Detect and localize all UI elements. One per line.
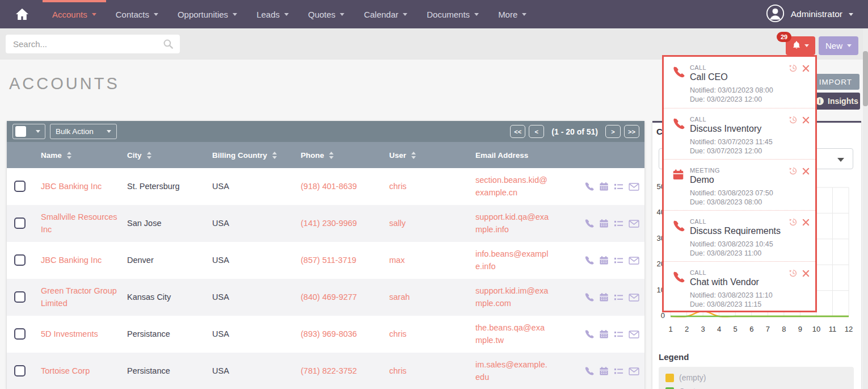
prev-page-button[interactable]: < [529,125,544,138]
calendar-icon[interactable] [599,329,609,339]
row-checkbox[interactable] [14,365,26,377]
list-icon[interactable] [614,331,623,338]
history-icon[interactable] [789,115,798,127]
notification-item[interactable]: CALLChat with VendorNotified: 03/08/2023… [664,261,815,312]
user-menu[interactable]: Administrator [766,0,853,28]
notification-item[interactable]: CALLCall CEONotified: 03/01/2023 08:00Du… [664,57,815,108]
nav-contacts[interactable]: Contacts [106,0,168,28]
list-icon[interactable] [614,183,623,191]
bulk-action-dropdown[interactable]: Bulk Action [50,124,117,139]
phone-icon[interactable] [584,329,594,339]
nav-leads[interactable]: Leads [247,0,298,28]
notification-item[interactable]: MEETINGDemoNotified: 03/08/2023 07:50Due… [664,159,815,210]
user-link[interactable]: chris [389,168,469,205]
legend-swatch [665,387,674,389]
select-all-dropdown[interactable] [12,124,45,139]
phone-link[interactable]: (918) 401-8639 [301,168,384,205]
phone-link[interactable]: (141) 230-9969 [301,205,384,242]
nav-opportunities[interactable]: Opportunities [168,0,247,28]
email-link[interactable]: support.kid.qa@example.info [475,205,550,242]
home-icon[interactable] [15,7,30,22]
account-name-link[interactable]: Green Tractor Group Limited [41,279,125,316]
phone-icon[interactable] [584,256,594,265]
email-icon[interactable] [629,183,639,191]
email-icon[interactable] [629,294,639,302]
history-icon[interactable] [789,166,798,178]
notification-item[interactable]: CALLDiscuss RequirementsNotified: 03/08/… [664,210,815,261]
phone-link[interactable]: (840) 469-9277 [301,279,384,316]
x-axis-tick: 3 [696,325,710,333]
calendar-icon[interactable] [599,366,609,376]
history-icon[interactable] [789,64,798,75]
phone-link[interactable]: (781) 822-3752 [301,353,384,389]
insights-button[interactable]: Insights [810,93,860,110]
close-icon[interactable] [802,218,810,228]
nav-more[interactable]: More [488,0,536,28]
list-icon[interactable] [614,294,623,302]
account-name-link[interactable]: 5D Investments [41,316,125,353]
account-name-link[interactable]: JBC Banking Inc [41,242,125,279]
email-link[interactable]: info.beans@example.info [475,242,550,279]
history-icon[interactable] [789,217,798,229]
account-name-link[interactable]: Smallville Resources Inc [41,205,125,242]
user-link[interactable]: max [389,242,469,279]
calendar-icon[interactable] [599,219,609,228]
calendar-icon[interactable] [599,182,609,191]
user-link[interactable]: sarah [389,279,469,316]
email-icon[interactable] [629,331,639,338]
close-icon[interactable] [802,64,810,74]
column-header-user[interactable]: User [389,142,416,168]
column-header-billing-country[interactable]: Billing Country [212,142,277,168]
phone-icon[interactable] [584,366,594,376]
account-name-link[interactable]: JBC Banking Inc [41,168,125,205]
phone-link[interactable]: (857) 511-3719 [301,242,384,279]
user-link[interactable]: sally [389,205,469,242]
phone-icon[interactable] [584,182,594,191]
close-icon[interactable] [802,269,810,279]
select-all-checkbox[interactable] [15,126,26,137]
column-header-city[interactable]: City [127,142,151,168]
column-header-phone[interactable]: Phone [301,142,334,168]
column-header-email[interactable]: Email Address [475,142,528,168]
phone-icon[interactable] [584,292,594,302]
history-icon[interactable] [789,269,798,280]
nav-documents[interactable]: Documents [417,0,488,28]
email-link[interactable]: im.sales@example.edu [475,353,550,389]
scrollbar-thumb[interactable] [863,51,868,106]
last-page-button[interactable]: >> [624,125,639,138]
nav-quotes[interactable]: Quotes [298,0,354,28]
list-icon[interactable] [614,367,623,375]
account-name-link[interactable]: Tortoise Corp [41,353,125,389]
email-icon[interactable] [629,257,639,265]
email-link[interactable]: support.kid.im@example.com [475,279,550,316]
row-checkbox[interactable] [14,328,26,340]
calendar-icon[interactable] [599,256,609,265]
row-checkbox[interactable] [14,181,26,192]
user-link[interactable]: chris [389,316,469,353]
nav-accounts[interactable]: Accounts [43,0,106,28]
search-input[interactable] [6,35,180,53]
row-checkbox[interactable] [14,254,26,266]
new-button[interactable]: New [819,36,858,55]
email-link[interactable]: section.beans.kid@example.cn [475,168,550,205]
phone-link[interactable]: (893) 969-8036 [301,316,384,353]
next-page-button[interactable]: > [605,125,621,138]
row-checkbox[interactable] [14,291,26,303]
row-checkbox[interactable] [14,217,26,229]
column-header-name[interactable]: Name [41,142,71,168]
email-link[interactable]: the.beans.qa@example.tw [475,316,550,353]
search-icon[interactable] [163,39,174,52]
email-icon[interactable] [629,367,639,375]
phone-icon[interactable] [584,219,594,228]
list-icon[interactable] [614,257,623,265]
import-button[interactable]: IMPORT [812,74,859,90]
notification-item[interactable]: CALLDiscuss InventoryNotified: 03/07/202… [664,108,815,159]
calendar-icon[interactable] [599,292,609,302]
user-link[interactable]: chris [389,353,469,389]
email-icon[interactable] [629,220,639,228]
first-page-button[interactable]: << [510,125,525,138]
nav-calendar[interactable]: Calendar [354,0,417,28]
list-icon[interactable] [614,220,623,228]
close-icon[interactable] [802,167,810,177]
close-icon[interactable] [802,116,810,126]
